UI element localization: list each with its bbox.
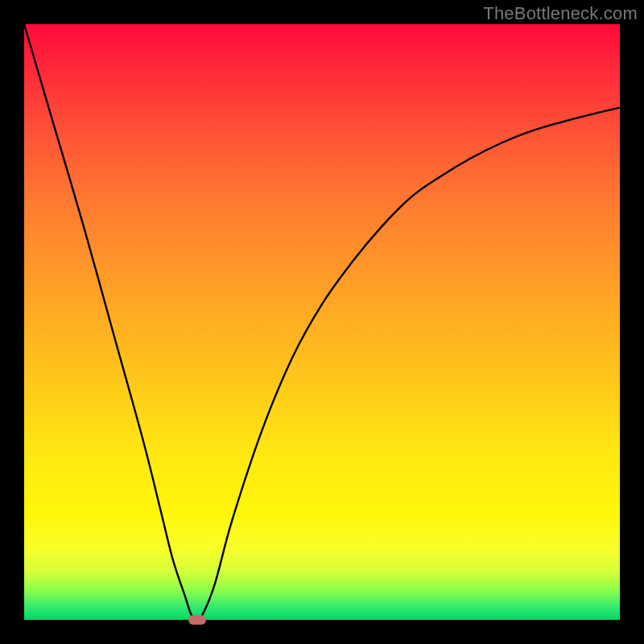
min-marker	[188, 615, 206, 625]
plot-area	[24, 24, 620, 620]
curve-path	[24, 24, 620, 620]
bottleneck-curve	[24, 24, 620, 620]
chart-frame: TheBottleneck.com	[0, 0, 644, 644]
watermark-text: TheBottleneck.com	[483, 3, 638, 24]
